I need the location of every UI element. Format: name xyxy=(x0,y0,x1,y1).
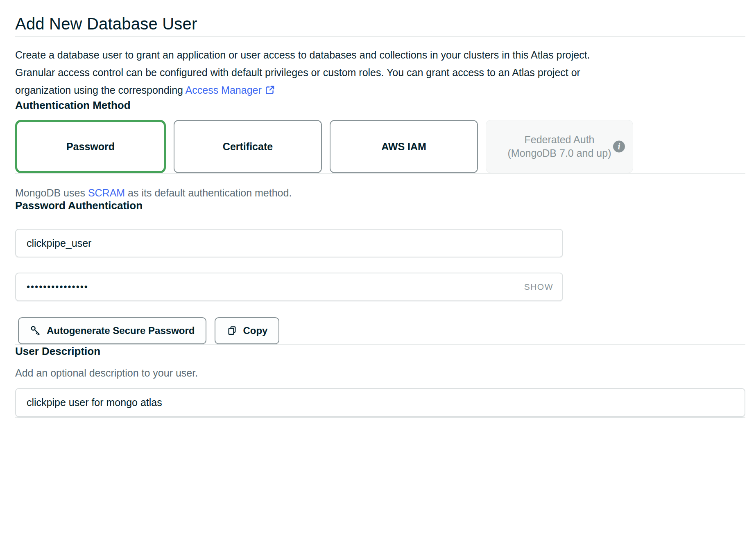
federated-auth-sublabel: (MongoDB 7.0 and up) xyxy=(508,147,611,160)
divider xyxy=(15,173,745,174)
auth-option-label: Password xyxy=(66,141,115,153)
add-new-database-user-page: Add New Database User Create a database … xyxy=(15,0,745,418)
scram-note-after: as its default authentication method. xyxy=(125,187,292,199)
page-title: Add New Database User xyxy=(15,0,745,36)
user-description-heading: User Description xyxy=(15,345,745,358)
federated-auth-label: Federated Auth xyxy=(508,133,611,147)
user-description-subtext: Add an optional description to your user… xyxy=(15,366,745,379)
user-description-input[interactable] xyxy=(15,388,745,417)
copy-label: Copy xyxy=(243,325,267,336)
auth-option-label: Federated Auth (MongoDB 7.0 and up) xyxy=(508,133,611,160)
autogenerate-password-button[interactable]: Autogenerate Secure Password xyxy=(18,317,206,344)
auth-method-options: Password Certificate AWS IAM Federated A… xyxy=(15,120,633,173)
divider xyxy=(15,36,745,37)
password-authentication-heading: Password Authentication xyxy=(15,199,745,212)
access-manager-link[interactable]: Access Manager xyxy=(186,84,262,96)
auth-option-federated-auth[interactable]: Federated Auth (MongoDB 7.0 and up) i xyxy=(486,120,633,173)
scram-note: MongoDB uses SCRAM as its default authen… xyxy=(15,186,745,199)
username-field xyxy=(15,229,563,257)
auth-option-label: AWS IAM xyxy=(381,141,426,153)
show-password-button[interactable]: SHOW xyxy=(524,282,553,292)
copy-icon xyxy=(226,325,238,336)
password-input[interactable] xyxy=(15,273,563,301)
external-link-icon xyxy=(265,85,275,95)
auth-option-password[interactable]: Password xyxy=(15,120,166,173)
password-actions: Autogenerate Secure Password Copy xyxy=(18,317,745,344)
user-description-field xyxy=(15,388,745,417)
auth-option-certificate[interactable]: Certificate xyxy=(174,120,322,173)
auth-option-aws-iam[interactable]: AWS IAM xyxy=(330,120,478,173)
scram-note-before: MongoDB uses xyxy=(15,187,88,199)
authentication-method-heading: Authentication Method xyxy=(15,99,745,112)
intro-text: Create a database user to grant an appli… xyxy=(15,46,632,99)
divider xyxy=(15,417,745,418)
username-input[interactable] xyxy=(15,229,563,257)
auth-option-label: Certificate xyxy=(223,141,273,153)
copy-password-button[interactable]: Copy xyxy=(215,317,279,344)
key-icon xyxy=(30,325,41,336)
scram-link[interactable]: SCRAM xyxy=(88,187,125,199)
password-field: SHOW xyxy=(15,273,563,301)
autogenerate-password-label: Autogenerate Secure Password xyxy=(47,325,195,336)
info-icon[interactable]: i xyxy=(613,141,625,153)
intro-text-body: Create a database user to grant an appli… xyxy=(15,49,590,96)
